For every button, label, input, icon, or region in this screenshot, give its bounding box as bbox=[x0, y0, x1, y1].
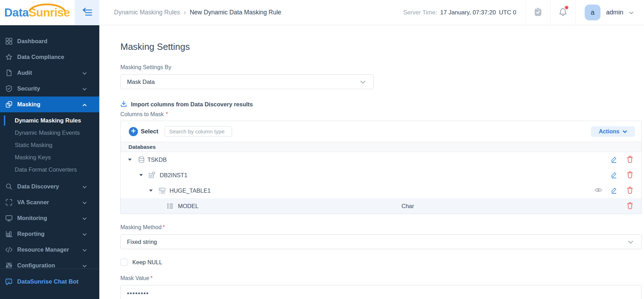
select-columns-button[interactable] bbox=[129, 127, 138, 136]
caret-down-icon[interactable] bbox=[128, 159, 132, 161]
pencil-icon bbox=[610, 155, 618, 164]
mask-value-label-text: Mask Value bbox=[120, 275, 149, 281]
chevron-down-icon bbox=[82, 231, 87, 237]
selected-value: Mask Data bbox=[127, 79, 155, 85]
sidebar-item-label: Audit bbox=[17, 69, 32, 76]
server-time-value: 17 January, 07:37:20 bbox=[440, 9, 496, 16]
caret-down-icon[interactable] bbox=[139, 174, 143, 176]
sidebar-item-data-discovery[interactable]: Data Discovery bbox=[0, 179, 99, 194]
actions-button[interactable]: Actions bbox=[591, 126, 635, 137]
sidebar-item-resource-manager[interactable]: Resource Manager bbox=[0, 242, 99, 258]
collapse-sidebar-icon bbox=[82, 8, 92, 17]
pencil-icon bbox=[610, 171, 618, 179]
top-bar: DataSunrise Dynamic Masking Rules › New … bbox=[0, 0, 644, 25]
notifications-button[interactable] bbox=[551, 0, 575, 25]
tree-node-label: DB2INST1 bbox=[160, 172, 187, 179]
submenu-item-static-masking[interactable]: Static Masking bbox=[0, 139, 99, 151]
sidebar-item-label: Reporting bbox=[17, 231, 45, 237]
chat-bot-icon bbox=[5, 278, 13, 286]
trash-icon bbox=[626, 155, 633, 164]
keep-null-label: Keep NULL bbox=[132, 259, 162, 266]
sidebar-item-data-compliance[interactable]: Data Compliance bbox=[0, 49, 99, 65]
submenu-item-dynamic-masking-events[interactable]: Dynamic Masking Events bbox=[0, 127, 99, 139]
code-icon bbox=[5, 246, 13, 254]
masking-method-label: Masking Method* bbox=[120, 224, 642, 231]
monitor-icon bbox=[5, 214, 13, 222]
sidebar-item-chat-bot[interactable]: DataSunrise Chat Bot bbox=[0, 274, 99, 290]
chevron-down-icon bbox=[628, 239, 633, 245]
import-columns-link[interactable]: Import columns from Data Discovery resul… bbox=[120, 100, 642, 108]
tasks-button[interactable] bbox=[526, 0, 550, 25]
row-actions bbox=[626, 202, 633, 210]
sidebar-item-label: Dashboard bbox=[17, 38, 47, 45]
view-button[interactable] bbox=[595, 187, 602, 194]
delete-button[interactable] bbox=[626, 187, 633, 194]
mask-value-input[interactable] bbox=[120, 285, 642, 299]
user-menu[interactable]: a admin bbox=[576, 5, 644, 20]
delete-button[interactable] bbox=[626, 156, 633, 164]
topbar-right: Server Time: 17 January, 07:37:20 UTC 0 bbox=[403, 0, 644, 25]
server-time: Server Time: 17 January, 07:37:20 UTC 0 bbox=[403, 9, 516, 16]
sidebar-item-masking[interactable]: Masking bbox=[0, 97, 99, 112]
edit-button[interactable] bbox=[610, 156, 618, 164]
selected-value: Fixed string bbox=[127, 239, 157, 245]
row-actions bbox=[595, 187, 633, 194]
submenu-item-masking-keys[interactable]: Masking Keys bbox=[0, 151, 99, 164]
sidebar-item-security[interactable]: Security bbox=[0, 81, 99, 97]
tree-row-table[interactable]: HUGE_TABLE1 bbox=[121, 183, 641, 198]
sunrise-arc-icon bbox=[27, 1, 67, 13]
sidebar-collapse-button[interactable] bbox=[75, 0, 99, 25]
sidebar-item-label: Monitoring bbox=[17, 215, 47, 221]
submenu-item-dynamic-masking-rules[interactable]: Dynamic Masking Rules bbox=[0, 114, 99, 127]
masking-method-select[interactable]: Fixed string bbox=[120, 234, 642, 249]
masking-settings-by-select[interactable]: Mask Data bbox=[120, 74, 374, 89]
datasunrise-logo[interactable]: DataSunrise bbox=[0, 0, 75, 25]
sidebar-item-audit[interactable]: Audit bbox=[0, 65, 99, 81]
tree-node-label: TSKDB bbox=[147, 157, 167, 163]
submenu-item-data-format-converters[interactable]: Data Format Converters bbox=[0, 164, 99, 176]
trash-icon bbox=[626, 171, 633, 179]
columns-panel-toolbar: Select Actions bbox=[121, 121, 641, 142]
sidebar-item-monitoring[interactable]: Monitoring bbox=[0, 210, 99, 226]
user-name: admin bbox=[606, 9, 623, 16]
sidebar-item-label: VA Scanner bbox=[17, 199, 49, 206]
caret-down-icon[interactable] bbox=[149, 190, 153, 192]
sidebar-item-label: Masking bbox=[17, 101, 40, 108]
submenu-item-label: Dynamic Masking Events bbox=[15, 129, 80, 136]
actions-button-label: Actions bbox=[599, 128, 619, 135]
download-icon bbox=[120, 100, 127, 108]
chevron-down-icon bbox=[82, 262, 87, 269]
active-indicator bbox=[4, 115, 5, 126]
tree-row-column[interactable]: MODEL Char bbox=[121, 198, 641, 214]
keep-null-checkbox[interactable] bbox=[120, 259, 127, 266]
sidebar-footer: DataSunrise Chat Bot bbox=[0, 268, 99, 299]
delete-button[interactable] bbox=[626, 172, 633, 179]
column-type-search-input[interactable] bbox=[165, 126, 232, 137]
document-icon bbox=[5, 69, 13, 77]
sidebar-item-label: Resource Manager bbox=[17, 246, 69, 253]
page-title: Masking Settings bbox=[120, 41, 642, 53]
plus-icon bbox=[131, 129, 135, 134]
edit-button[interactable] bbox=[610, 187, 618, 194]
columns-to-mask-label: Columns to Mask* bbox=[120, 111, 642, 118]
sidebar-item-dashboard[interactable]: Dashboard bbox=[0, 33, 99, 49]
edit-button[interactable] bbox=[610, 172, 618, 179]
chevron-down-icon bbox=[82, 215, 87, 221]
scanner-icon bbox=[5, 199, 13, 206]
breadcrumb-parent[interactable]: Dynamic Masking Rules bbox=[114, 9, 180, 16]
column-list-icon bbox=[167, 202, 174, 210]
tree-row-database[interactable]: TSKDB bbox=[121, 152, 641, 167]
chevron-down-icon bbox=[623, 128, 627, 135]
delete-button[interactable] bbox=[626, 202, 633, 210]
submenu-item-label: Dynamic Masking Rules bbox=[15, 117, 81, 124]
breadcrumb-separator-icon: › bbox=[184, 9, 186, 16]
column-type: Char bbox=[401, 203, 414, 210]
required-asterisk: * bbox=[162, 224, 165, 230]
sidebar-item-va-scanner[interactable]: VA Scanner bbox=[0, 194, 99, 210]
sidebar-item-reporting[interactable]: Reporting bbox=[0, 226, 99, 242]
keep-null-row: Keep NULL bbox=[120, 258, 642, 266]
select-label: Select bbox=[141, 128, 158, 135]
logo-word-data: Data bbox=[4, 6, 29, 19]
tree-row-schema[interactable]: DB2INST1 bbox=[121, 167, 641, 183]
sidebar: Dashboard Data Compliance Audit bbox=[0, 25, 99, 299]
